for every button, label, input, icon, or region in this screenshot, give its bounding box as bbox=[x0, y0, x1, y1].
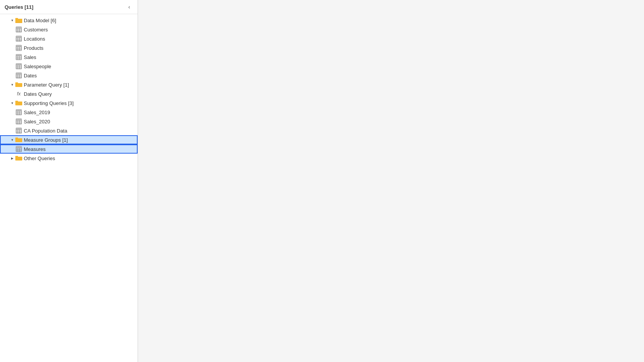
svg-rect-24 bbox=[16, 45, 21, 47]
ca-population-label: CA Population Data bbox=[24, 128, 67, 134]
folder-icon-supporting bbox=[15, 100, 22, 106]
svg-rect-31 bbox=[16, 54, 21, 56]
group-parameter-query[interactable]: ▼ Parameter Query [1] bbox=[0, 80, 138, 89]
expand-icon-measure: ▼ bbox=[9, 137, 15, 143]
svg-rect-70 bbox=[16, 128, 21, 130]
tree-item-sales-2019[interactable]: Sales_2019 bbox=[0, 108, 138, 117]
tree-item-ca-population[interactable]: CA Population Data bbox=[0, 126, 138, 135]
folder-icon-measure bbox=[15, 137, 22, 143]
group-supporting-queries-label: Supporting Queries [3] bbox=[24, 100, 74, 106]
folder-icon bbox=[15, 18, 22, 23]
group-other-queries-label: Other Queries bbox=[24, 156, 55, 161]
table-icon-sales2019 bbox=[15, 109, 22, 115]
svg-rect-49 bbox=[15, 102, 22, 105]
svg-rect-38 bbox=[16, 64, 21, 66]
table-icon-products bbox=[15, 45, 22, 51]
fx-icon-dates-query: fx bbox=[15, 91, 22, 97]
tree-item-sales[interactable]: Sales bbox=[0, 52, 138, 62]
tree-container: ▼ Data Model [6] bbox=[0, 14, 138, 362]
sales-label: Sales bbox=[24, 54, 36, 60]
dates-label: Dates bbox=[24, 73, 37, 79]
table-icon-ca-population bbox=[15, 128, 22, 134]
table-icon-locations bbox=[15, 36, 22, 42]
products-label: Products bbox=[24, 45, 43, 51]
group-measure-groups-label: Measure Groups [1] bbox=[24, 137, 68, 143]
expand-icon-supporting: ▼ bbox=[9, 100, 15, 106]
expand-icon-other: ▶ bbox=[9, 155, 15, 161]
tree-item-products[interactable]: Products bbox=[0, 43, 138, 52]
group-other-queries[interactable]: ▶ Other Queries bbox=[0, 154, 138, 163]
sales2020-label: Sales_2020 bbox=[24, 119, 50, 124]
sidebar-header: Queries [11] ‹ bbox=[0, 0, 138, 14]
dates-query-label: Dates Query bbox=[24, 91, 52, 97]
expand-icon-param: ▼ bbox=[9, 82, 15, 88]
folder-icon-other bbox=[15, 156, 22, 161]
svg-rect-10 bbox=[16, 27, 21, 29]
svg-rect-45 bbox=[16, 73, 21, 75]
group-parameter-query-label: Parameter Query [1] bbox=[24, 82, 69, 88]
sidebar: Queries [11] ‹ ▼ Data Model [6] bbox=[0, 0, 138, 362]
tree-item-measures[interactable]: Measures bbox=[0, 144, 138, 154]
tree-item-locations[interactable]: Locations bbox=[0, 34, 138, 43]
table-icon-dates bbox=[15, 72, 22, 79]
tree-item-sales-2020[interactable]: Sales_2020 bbox=[0, 117, 138, 126]
svg-rect-56 bbox=[16, 110, 21, 111]
sidebar-title: Queries [11] bbox=[5, 4, 33, 10]
folder-icon-param bbox=[15, 82, 22, 87]
table-icon-salespeople bbox=[15, 63, 22, 69]
svg-rect-81 bbox=[15, 157, 22, 161]
tree-item-dates-query[interactable]: fx Dates Query bbox=[0, 89, 138, 98]
customers-label: Customers bbox=[24, 27, 48, 33]
locations-label: Locations bbox=[24, 36, 45, 42]
svg-rect-3 bbox=[15, 19, 22, 23]
table-icon-measures bbox=[15, 146, 22, 152]
table-icon-customers bbox=[15, 26, 22, 33]
group-supporting-queries[interactable]: ▼ Supporting Queries [3] bbox=[0, 98, 138, 108]
main-content bbox=[138, 0, 644, 362]
tree-item-salespeople[interactable]: Salespeople bbox=[0, 62, 138, 71]
tree-item-dates[interactable]: Dates bbox=[0, 71, 138, 80]
expand-icon: ▼ bbox=[9, 17, 15, 23]
group-measure-groups[interactable]: ▼ Measure Groups [1] bbox=[0, 135, 138, 144]
tree-item-customers[interactable]: Customers bbox=[0, 25, 138, 34]
svg-rect-72 bbox=[15, 138, 22, 142]
svg-rect-47 bbox=[15, 83, 22, 87]
measures-label: Measures bbox=[24, 146, 46, 152]
salespeople-label: Salespeople bbox=[24, 64, 51, 69]
table-icon-sales2020 bbox=[15, 118, 22, 124]
svg-rect-79 bbox=[16, 146, 21, 148]
sales2019-label: Sales_2019 bbox=[24, 110, 50, 115]
collapse-button[interactable]: ‹ bbox=[125, 3, 133, 11]
group-data-model-label: Data Model [6] bbox=[24, 18, 56, 23]
svg-rect-63 bbox=[16, 119, 21, 121]
group-data-model[interactable]: ▼ Data Model [6] bbox=[0, 16, 138, 25]
svg-rect-17 bbox=[16, 36, 21, 38]
table-icon-sales bbox=[15, 54, 22, 60]
